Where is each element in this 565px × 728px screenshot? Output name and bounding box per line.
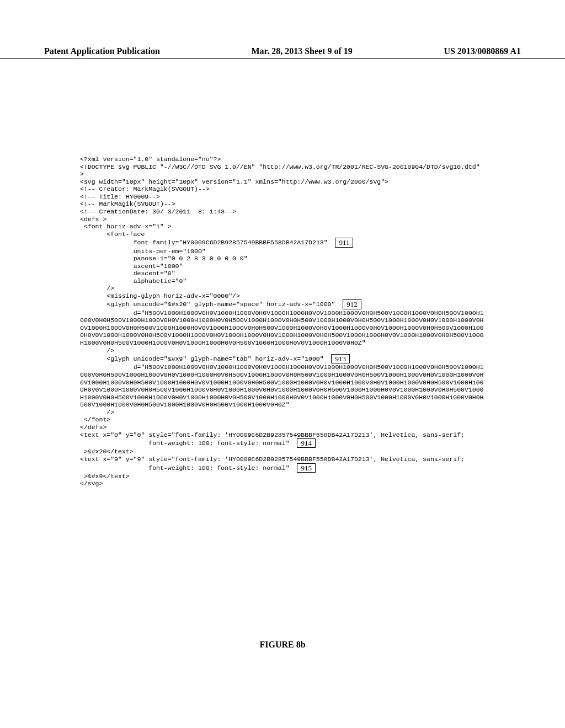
figure-caption: FIGURE 8b (0, 640, 565, 650)
code-line: <font horiz-adv-x="1" > (80, 223, 172, 230)
code-line: font-weight: 100; font-style: normal" (80, 464, 297, 471)
svg-code-listing: <?xml version="1.0" standalone="no"?> <!… (80, 156, 485, 488)
header-center: Mar. 28, 2013 Sheet 9 of 19 (251, 46, 352, 56)
code-line: /> (80, 285, 114, 292)
code-line: <?xml version="1.0" standalone="no"?> (80, 156, 221, 163)
code-line: <font-face (80, 231, 145, 238)
code-line: <missing-glyph horiz-adv-x="0000"/> (80, 292, 240, 299)
callout-913: 913 (331, 354, 350, 363)
code-line: >&#x20</text> (80, 448, 134, 455)
callout-914: 914 (297, 438, 316, 448)
code-line: <!-- CreationDate: 30/ 3/2011 8: 1:48--> (80, 208, 236, 215)
code-line: d="H500V1000H1000V0H0V1000H1000V0H0V1000… (80, 363, 484, 408)
code-line: panose-1="0 0 2 8 3 0 0 0 0 0" (80, 255, 248, 262)
callout-912: 912 (343, 299, 361, 309)
code-line: <glyph unicode="&#x9" glyph-name="tab" h… (80, 355, 331, 362)
code-line: <glyph unicode="&#x20" glyph-name="space… (80, 301, 343, 308)
code-line: </defs> (80, 424, 106, 431)
header-left: Patent Application Publication (44, 46, 160, 56)
code-line: <!-- Creator: MarkMagik(SVGOUT)--> (80, 185, 210, 192)
code-line: /> (80, 409, 114, 416)
code-line: >&#x9</text> (80, 473, 130, 480)
code-line: <svg width="10px" height="10px" version=… (80, 178, 388, 185)
code-line: alphabetic="0" (80, 277, 186, 285)
code-line: ascent="1000" (80, 263, 183, 270)
code-line: /> (80, 347, 114, 354)
code-line: <!-- MarkMagik(SVGOUT)--> (80, 200, 175, 207)
code-line: </font> (80, 416, 110, 423)
page-header: Patent Application Publication Mar. 28, … (0, 46, 565, 59)
code-line: <text x="9" y="9" style="font-family: 'H… (80, 456, 465, 463)
code-line: units-per-em="1000" (80, 248, 206, 255)
callout-911: 911 (335, 238, 353, 247)
code-line: </svg> (80, 480, 103, 487)
code-line: font-weight: 100; font-style: normal" (80, 440, 297, 447)
header-right: US 2013/0080869 A1 (444, 46, 521, 56)
code-line: <!-- Title: HY0009--> (80, 193, 160, 200)
callout-915: 915 (297, 463, 316, 473)
code-line: d="H500V1000H1000V0H0V1000H1000V0H0V1000… (80, 309, 484, 346)
code-line: <text x="0" y="0" style="font-family: 'H… (80, 431, 465, 438)
code-line: <defs > (80, 216, 106, 223)
code-line: font-family="HY0009C6D2B92857549BBBF558D… (80, 239, 335, 246)
code-line: descent="0" (80, 270, 175, 277)
code-line: <!DOCTYPE svg PUBLIC "-//W3C//DTD SVG 1.… (80, 163, 484, 178)
